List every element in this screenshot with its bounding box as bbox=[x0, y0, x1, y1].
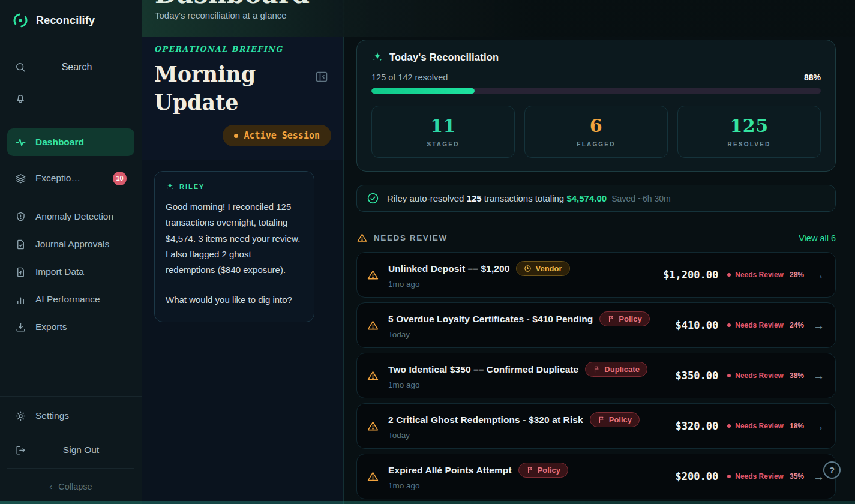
policy-tag-badge: Policy bbox=[518, 463, 568, 478]
tag-label: Policy bbox=[619, 314, 641, 323]
item-age: 1mo ago bbox=[388, 380, 667, 389]
stat-value: 11 bbox=[378, 115, 508, 136]
sidebar-item-settings[interactable]: Settings bbox=[7, 403, 134, 429]
notifications-button[interactable] bbox=[0, 84, 142, 115]
arrow-right-icon[interactable]: → bbox=[813, 370, 824, 382]
sidebar-item-exports[interactable]: Exports bbox=[7, 313, 134, 341]
sidebar: Reconcilify Search Dashboard bbox=[0, 0, 142, 504]
stat-tile-resolved: 125 RESOLVED bbox=[677, 106, 821, 158]
sidebar-item-anomaly-detection[interactable]: Anomaly Detection bbox=[7, 203, 134, 230]
reconcilify-logo-icon bbox=[12, 12, 29, 29]
review-item-confirmed-duplicate[interactable]: Two Identical $350 –– Confirmed Duplicat… bbox=[356, 353, 836, 398]
main-content: Today's Reconciliation 125 of 142 resolv… bbox=[344, 0, 855, 504]
status-label: Needs Review bbox=[735, 271, 784, 279]
gear-icon bbox=[15, 410, 26, 422]
review-item-ghost-redemptions[interactable]: 2 Critical Ghost Redemptions - $320 at R… bbox=[356, 403, 836, 449]
item-age: 1mo ago bbox=[388, 280, 654, 289]
item-age: Today bbox=[388, 431, 667, 440]
assistant-message-card: RILEY Good morning! I reconciled 125 tra… bbox=[154, 171, 314, 322]
view-all-link[interactable]: View all 6 bbox=[799, 233, 836, 243]
arrow-right-icon[interactable]: → bbox=[813, 269, 824, 281]
item-title: 5 Overdue Loyalty Certificates - $410 Pe… bbox=[388, 314, 593, 325]
banner-middle: transactions totaling bbox=[484, 193, 564, 203]
assistant-paragraph: Good morning! I reconciled 125 transacti… bbox=[166, 199, 303, 278]
policy-tag-badge: Policy bbox=[599, 311, 649, 326]
arrow-right-icon[interactable]: → bbox=[813, 421, 824, 432]
sparkles-icon bbox=[371, 51, 383, 63]
file-upload-icon bbox=[15, 266, 26, 278]
chevron-left-icon: ‹ bbox=[49, 482, 52, 491]
vendor-tag-badge: Vendor bbox=[516, 261, 569, 276]
status-percent: 28% bbox=[790, 271, 804, 279]
status-dot-icon bbox=[727, 323, 731, 327]
collapse-panel-icon[interactable] bbox=[314, 70, 329, 84]
section-title: NEEDS REVIEW bbox=[374, 233, 448, 242]
page-title: Dashboard bbox=[155, 0, 310, 9]
progress-percent-label: 88% bbox=[804, 73, 821, 82]
sidebar-item-ai-performance[interactable]: AI Performance bbox=[7, 286, 134, 313]
progress-fill bbox=[371, 88, 475, 94]
item-amount: $320.00 bbox=[676, 420, 719, 432]
flag-icon bbox=[593, 365, 601, 373]
item-title: Two Identical $350 –– Confirmed Duplicat… bbox=[388, 364, 578, 375]
sidebar-item-dashboard[interactable]: Dashboard bbox=[7, 128, 134, 156]
assistant-name: RILEY bbox=[179, 183, 205, 190]
warning-triangle-icon bbox=[367, 470, 379, 483]
search-button[interactable]: Search bbox=[0, 55, 142, 79]
sidebar-item-exceptions[interactable]: Exceptio… 10 bbox=[7, 164, 134, 192]
session-badge-label: Active Session bbox=[244, 130, 320, 141]
item-amount: $350.00 bbox=[676, 370, 719, 382]
review-item-overdue-certificates[interactable]: 5 Overdue Loyalty Certificates - $410 Pe… bbox=[356, 302, 836, 348]
stat-label: FLAGGED bbox=[531, 141, 661, 148]
brand-name: Reconcilify bbox=[36, 14, 95, 27]
status-dot-icon bbox=[727, 374, 731, 377]
shield-alert-icon bbox=[15, 211, 26, 223]
help-button[interactable]: ? bbox=[823, 461, 841, 479]
stats-row: 11 STAGED 6 FLAGGED 125 RESOLVED bbox=[371, 106, 821, 158]
item-amount: $200.00 bbox=[676, 470, 719, 482]
stat-value: 6 bbox=[531, 115, 661, 136]
settings-label: Settings bbox=[35, 410, 69, 421]
status-dot-icon bbox=[234, 134, 238, 138]
item-status: Needs Review 18% bbox=[727, 422, 804, 430]
sidebar-item-label: Exceptio… bbox=[35, 173, 80, 184]
warning-triangle-icon bbox=[367, 420, 379, 433]
brand: Reconcilify bbox=[0, 0, 142, 35]
review-item-unlinked-deposit[interactable]: Unlinked Deposit –– $1,200 Vendor 1mo ag… bbox=[356, 252, 836, 298]
item-amount: $410.00 bbox=[676, 319, 719, 331]
sidebar-nav: Dashboard Exceptio… 10 Anomaly Detection bbox=[0, 128, 142, 341]
flag-icon bbox=[598, 416, 605, 424]
stat-tile-flagged: 6 FLAGGED bbox=[524, 106, 668, 158]
warning-triangle-icon bbox=[367, 269, 379, 281]
arrow-right-icon[interactable]: → bbox=[813, 471, 824, 482]
stat-tile-staged: 11 STAGED bbox=[371, 106, 515, 158]
sign-out-button[interactable]: Sign Out bbox=[7, 437, 134, 463]
sidebar-item-import-data[interactable]: Import Data bbox=[7, 258, 134, 286]
review-item-expired-points[interactable]: Expired Allé Points Attempt Policy 1mo a… bbox=[356, 454, 836, 499]
item-age: Today bbox=[388, 330, 667, 339]
assistant-message: Good morning! I reconciled 125 transacti… bbox=[166, 199, 303, 308]
status-label: Needs Review bbox=[735, 371, 784, 380]
banner-saved-time: Saved ~6h 30m bbox=[611, 194, 670, 203]
status-dot-icon bbox=[727, 273, 731, 277]
policy-tag-badge: Policy bbox=[590, 412, 640, 427]
download-icon bbox=[15, 322, 26, 333]
item-title: 2 Critical Ghost Redemptions - $320 at R… bbox=[388, 415, 583, 425]
duplicate-tag-badge: Duplicate bbox=[585, 362, 647, 377]
sidebar-item-label: Dashboard bbox=[35, 137, 84, 148]
sidebar-item-journal-approvals[interactable]: Journal Approvals bbox=[7, 230, 134, 258]
tag-label: Policy bbox=[609, 415, 632, 424]
flag-icon bbox=[607, 315, 615, 323]
banner-count: 125 bbox=[467, 193, 482, 203]
arrow-right-icon[interactable]: → bbox=[813, 320, 824, 331]
warning-triangle-icon bbox=[367, 370, 379, 382]
collapse-sidebar-button[interactable]: ‹ Collapse bbox=[7, 468, 134, 504]
layers-icon bbox=[15, 173, 26, 184]
search-label: Search bbox=[26, 62, 127, 73]
stat-label: RESOLVED bbox=[684, 141, 814, 148]
sidebar-item-label: Exports bbox=[35, 322, 67, 332]
banner-prefix: Riley auto-resolved bbox=[387, 193, 464, 203]
item-age: 1mo ago bbox=[388, 481, 667, 490]
needs-review-header: NEEDS REVIEW View all 6 bbox=[356, 232, 836, 244]
session-status-badge: Active Session bbox=[223, 125, 331, 146]
